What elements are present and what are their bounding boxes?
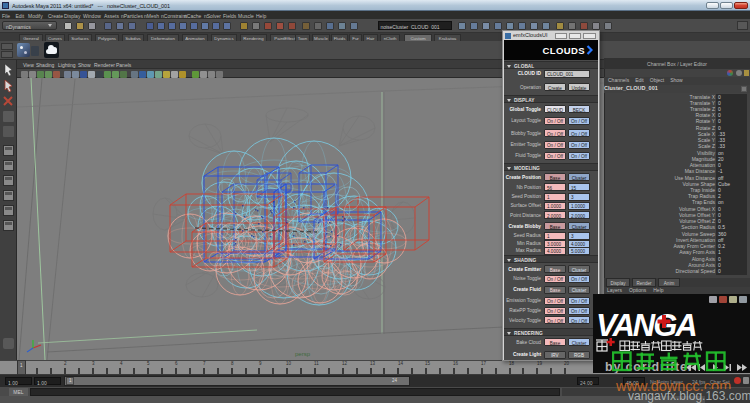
svg-text:VANGA: VANGA: [596, 308, 696, 343]
svg-text:persp: persp: [295, 351, 311, 357]
